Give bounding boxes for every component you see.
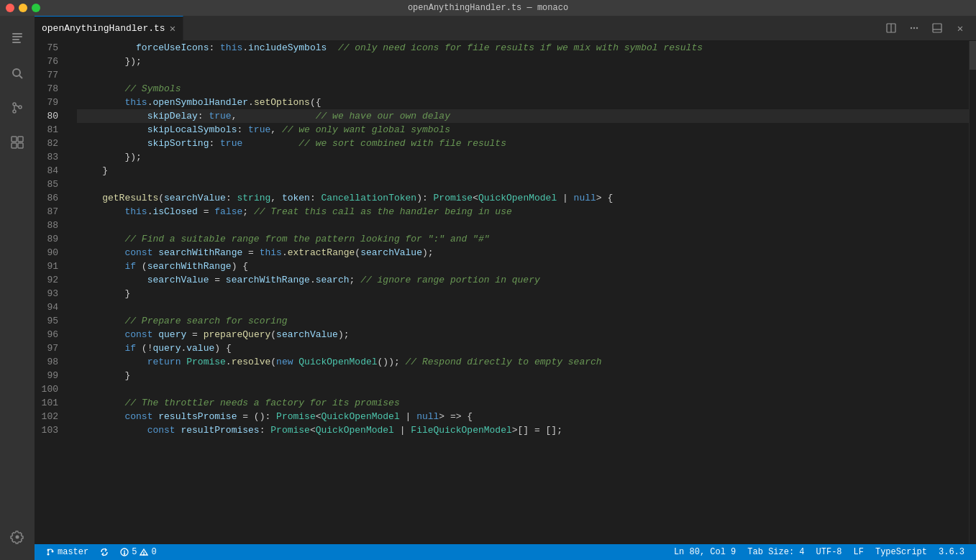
- svg-rect-11: [12, 137, 17, 142]
- close-button[interactable]: [6, 4, 14, 12]
- code-line: });: [77, 55, 969, 68]
- code-line: // Symbols: [77, 82, 969, 96]
- status-bar: master 5 0 Ln 80, Col 9 Tab Size: 4 UTF-: [35, 544, 976, 560]
- branch-name: master: [58, 547, 88, 557]
- maximize-button[interactable]: [32, 4, 40, 12]
- split-editor-button[interactable]: [881, 18, 901, 38]
- editor-content[interactable]: 7576777879808182838485868788899091929394…: [35, 41, 976, 544]
- error-count[interactable]: 5 0: [114, 544, 162, 560]
- status-right: Ln 80, Col 9 Tab Size: 4 UTF-8 LF TypeSc…: [668, 544, 970, 560]
- code-line: if (searchWithRange) {: [77, 260, 969, 273]
- code-line: this.isClosed = false; // Treat this cal…: [77, 205, 969, 219]
- svg-line-5: [19, 75, 22, 78]
- editor-area: openAnythingHandler.ts ✕ ✕ 7576777879808: [35, 16, 976, 560]
- panel-toggle-button[interactable]: [927, 18, 947, 38]
- code-line: skipLocalSymbols: true, // we only want …: [77, 123, 969, 137]
- error-value: 5: [132, 547, 137, 557]
- tab-size[interactable]: Tab Size: 4: [742, 544, 810, 560]
- line-number: 99: [35, 369, 65, 382]
- svg-point-19: [916, 27, 918, 29]
- svg-point-23: [47, 554, 50, 556]
- warning-value: 0: [151, 547, 156, 557]
- line-number: 84: [35, 164, 65, 178]
- line-number: 89: [35, 232, 65, 246]
- line-number: 102: [35, 410, 65, 423]
- activity-search[interactable]: [0, 56, 35, 91]
- line-number: 78: [35, 82, 65, 96]
- activity-bar: [0, 16, 35, 560]
- activity-explorer[interactable]: [0, 22, 35, 56]
- svg-point-4: [13, 69, 20, 76]
- git-branch[interactable]: master: [40, 544, 94, 560]
- code-line: if (!query.value) {: [77, 341, 969, 355]
- code-line: // The throttler needs a factory for its…: [77, 396, 969, 410]
- line-number: 86: [35, 191, 65, 205]
- line-number: 77: [35, 68, 65, 82]
- tab-filename: openAnythingHandler.ts: [42, 23, 165, 34]
- language-mode[interactable]: TypeScript: [870, 544, 933, 560]
- line-number: 92: [35, 273, 65, 287]
- activity-source-control[interactable]: [0, 91, 35, 125]
- svg-point-17: [911, 27, 912, 29]
- main-layout: openAnythingHandler.ts ✕ ✕ 7576777879808: [0, 16, 976, 560]
- close-editor-button[interactable]: ✕: [950, 18, 970, 38]
- code-line: const query = prepareQuery(searchValue);: [77, 328, 969, 341]
- tab-actions: ✕: [875, 18, 976, 38]
- more-actions-button[interactable]: [904, 18, 924, 38]
- svg-point-30: [144, 554, 145, 555]
- version[interactable]: 3.6.3: [933, 544, 970, 560]
- line-number: 101: [35, 396, 65, 410]
- svg-point-8: [19, 106, 22, 109]
- line-endings[interactable]: LF: [848, 544, 870, 560]
- svg-rect-0: [12, 33, 22, 35]
- minimize-button[interactable]: [19, 4, 27, 12]
- window-controls: [6, 4, 40, 12]
- line-number: 96: [35, 328, 65, 341]
- encoding[interactable]: UTF-8: [811, 544, 848, 560]
- line-number: 91: [35, 260, 65, 273]
- code-line: skipDelay: true, // we have our own dela…: [77, 109, 969, 123]
- code-line: // Prepare search for scoring: [77, 314, 969, 328]
- window-title: openAnythingHandler.ts — monaco: [408, 3, 568, 13]
- line-number: 103: [35, 423, 65, 437]
- line-number: 88: [35, 219, 65, 232]
- code-line: getResults(searchValue: string, token: C…: [77, 191, 969, 205]
- svg-rect-1: [12, 36, 22, 37]
- active-tab[interactable]: openAnythingHandler.ts ✕: [35, 16, 183, 41]
- code-area[interactable]: forceUseIcons: this.includeSymbols // on…: [74, 41, 969, 544]
- line-number: 97: [35, 341, 65, 355]
- code-line: searchValue = searchWithRange.search; //…: [77, 273, 969, 287]
- line-number: 75: [35, 41, 65, 55]
- code-line: [77, 382, 969, 396]
- activity-extensions[interactable]: [0, 125, 35, 160]
- tab-close-button[interactable]: ✕: [170, 22, 175, 35]
- svg-rect-2: [12, 39, 19, 40]
- activity-settings-icon[interactable]: [0, 520, 35, 554]
- svg-rect-3: [12, 42, 21, 43]
- activity-settings[interactable]: [0, 520, 35, 554]
- cursor-position[interactable]: Ln 80, Col 9: [668, 544, 742, 560]
- code-line: }: [77, 369, 969, 382]
- line-number: 85: [35, 178, 65, 191]
- code-line: return Promise.resolve(new QuickOpenMode…: [77, 355, 969, 369]
- code-line: skipSorting: true // we sort combined wi…: [77, 137, 969, 150]
- code-line: this.openSymbolHandler.setOptions({: [77, 96, 969, 109]
- svg-point-7: [13, 110, 16, 113]
- line-number: 95: [35, 314, 65, 328]
- minimap: [969, 41, 976, 544]
- line-number: 76: [35, 55, 65, 68]
- line-number: 79: [35, 96, 65, 109]
- svg-point-28: [124, 554, 125, 554]
- svg-rect-20: [933, 24, 941, 32]
- code-line: }: [77, 164, 969, 178]
- line-number: 81: [35, 123, 65, 137]
- line-number: 98: [35, 355, 65, 369]
- code-line: }: [77, 287, 969, 300]
- code-line: const resultPromises: Promise<QuickOpenM…: [77, 423, 969, 437]
- tab-bar: openAnythingHandler.ts ✕ ✕: [35, 16, 976, 41]
- line-number: 83: [35, 150, 65, 164]
- code-line: });: [77, 150, 969, 164]
- code-line: [77, 68, 969, 82]
- sync-status[interactable]: [94, 544, 114, 560]
- code-line: [77, 219, 969, 232]
